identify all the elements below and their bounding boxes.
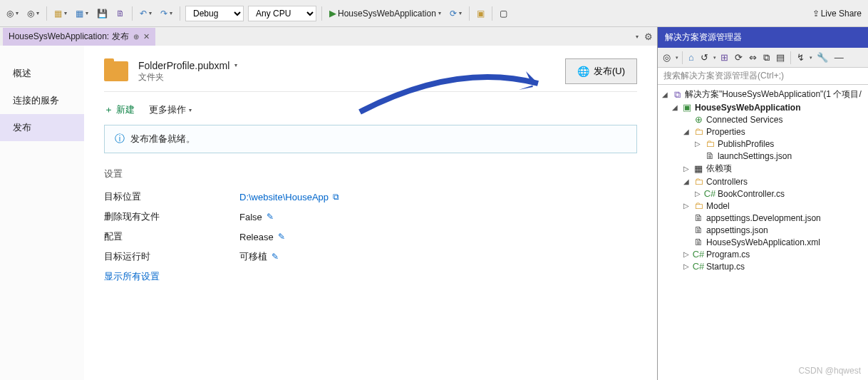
status-info-box: ⓘ 发布准备就绪。 <box>104 125 637 153</box>
edit-icon[interactable]: ✎ <box>278 232 285 242</box>
solution-icon: ⧉ <box>671 89 683 101</box>
folder-icon <box>104 61 128 81</box>
delete-existing-value: False <box>239 212 262 222</box>
nav-connected-services[interactable]: 连接的服务 <box>0 87 84 114</box>
solution-explorer-title: 解决方案资源管理器 <box>658 27 868 48</box>
xml-icon: 🗎 <box>693 237 704 247</box>
start-debug-button[interactable]: ▶ HouseSysWebApplication ▾ <box>326 6 445 21</box>
collapse-icon[interactable]: ⇔ <box>747 51 759 64</box>
nav-overview[interactable]: 概述 <box>0 60 84 87</box>
misc-button-2[interactable]: ▢ <box>496 6 511 21</box>
home-icon[interactable]: ⌂ <box>686 51 696 64</box>
publish-button[interactable]: 🌐 发布(U) <box>565 58 637 84</box>
platform-select[interactable]: Any CPU <box>248 6 316 21</box>
pin-icon[interactable]: ⊕ <box>133 33 139 41</box>
edit-icon[interactable]: ✎ <box>272 252 279 262</box>
new-profile-button[interactable]: ＋ 新建 <box>104 103 135 116</box>
json-icon: 🗎 <box>693 225 704 235</box>
nav-back-button[interactable]: ◎▾ <box>3 6 22 21</box>
solution-tree: ◢⧉ 解决方案"HouseSysWebApplication"(1 个项目/ ◢… <box>658 85 868 380</box>
profile-name: FolderProfile.pubxml <box>138 60 229 71</box>
status-text: 发布准备就绪。 <box>130 133 195 145</box>
program-node[interactable]: ▷C# Program.cs <box>658 248 868 260</box>
separator <box>46 6 47 21</box>
gear-icon[interactable]: ⚙ <box>644 31 653 42</box>
main-toolbar: ◎▾ ◎▾ ▦▾ ▦▾ 💾 🗎 ↶▾ ↷▾ Debug Any CPU ▶ Ho… <box>0 0 868 27</box>
wrench-icon[interactable]: 🔧 <box>815 51 830 64</box>
more-actions-button[interactable]: 更多操作 ▾ <box>149 103 192 116</box>
separator <box>321 6 322 21</box>
filter-icon[interactable]: ↯ <box>795 51 807 64</box>
publish-tab[interactable]: HouseSysWebApplication: 发布 ⊕ ✕ <box>3 28 155 46</box>
copy-icon[interactable]: ⧉ <box>761 51 772 65</box>
back-button[interactable]: ◎ <box>661 51 673 64</box>
appsettings-dev-node[interactable]: 🗎 appsettings.Development.json <box>658 212 868 224</box>
nav-publish[interactable]: 发布 <box>0 114 84 141</box>
xml-node[interactable]: 🗎 HouseSysWebApplication.xml <box>658 236 868 248</box>
json-icon: 🗎 <box>693 212 704 223</box>
connected-services-node[interactable]: ⊕ Connected Services <box>658 113 868 125</box>
launch-settings-node[interactable]: 🗎 launchSettings.json <box>658 150 868 162</box>
publish-nav: 概述 连接的服务 发布 <box>0 46 84 380</box>
runtime-label: 目标运行时 <box>104 250 239 263</box>
controllers-node[interactable]: ◢🗀 Controllers <box>658 175 868 188</box>
target-location-link[interactable]: D:\website\HouseApp <box>239 192 329 202</box>
save-button[interactable]: 💾 <box>93 6 111 21</box>
share-icon: ⇪ <box>812 9 820 19</box>
profile-type: 文件夹 <box>138 71 237 83</box>
sync-icon[interactable]: ↺ <box>698 51 711 64</box>
redo-button[interactable]: ↷▾ <box>157 6 176 21</box>
save-all-button[interactable]: 🗎 <box>113 6 128 21</box>
model-node[interactable]: ▷🗀 Model <box>658 200 868 212</box>
properties-node[interactable]: ◢🗀 Properties <box>658 125 868 138</box>
target-location-label: 目标位置 <box>104 190 239 203</box>
show-all-icon[interactable]: ⊞ <box>718 51 730 64</box>
startup-node[interactable]: ▷C# Startup.cs <box>658 260 868 272</box>
config-select[interactable]: Debug <box>185 6 244 21</box>
new-file-button[interactable]: ▦▾ <box>51 6 71 21</box>
config-label: 配置 <box>104 230 239 243</box>
deps-icon: ▦ <box>693 163 704 174</box>
show-all-settings-link[interactable]: 显示所有设置 <box>104 270 637 283</box>
chevron-down-icon[interactable]: ▾ <box>234 62 237 68</box>
project-icon: ▣ <box>681 102 693 113</box>
publish-content: FolderProfile.pubxml ▾ 文件夹 🌐 发布(U) ＋ 新 <box>84 46 657 380</box>
separator <box>132 6 133 21</box>
separator <box>180 6 180 21</box>
solution-search-input[interactable]: 搜索解决方案资源管理器(Ctrl+;) <box>658 68 868 85</box>
project-node[interactable]: ◢▣ HouseSysWebApplication <box>658 101 868 113</box>
watermark: CSDN @hqwest <box>798 366 861 376</box>
book-controller-node[interactable]: ▷C# BookController.cs <box>658 188 868 200</box>
folder-icon: 🗀 <box>693 200 704 211</box>
solution-explorer-toolbar: ◎▾ ⌂ ↺▾ ⊞ ⟳ ⇔ ⧉ ▤ ↯▾ 🔧 — <box>658 48 868 68</box>
open-file-button[interactable]: ▦▾ <box>72 6 92 21</box>
tab-title: HouseSysWebApplication: 发布 <box>9 31 129 43</box>
edit-icon[interactable]: ✎ <box>267 212 274 222</box>
settings-heading: 设置 <box>104 168 637 180</box>
nav-fwd-button[interactable]: ◎▾ <box>24 6 43 21</box>
delete-existing-label: 删除现有文件 <box>104 210 239 223</box>
copy-icon[interactable]: ⧉ <box>333 192 339 202</box>
refresh-button[interactable]: ⟳▾ <box>446 6 465 21</box>
refresh-icon[interactable]: ⟳ <box>733 51 745 64</box>
cs-icon: C# <box>693 249 704 260</box>
info-icon: ⓘ <box>115 133 125 145</box>
close-icon[interactable]: ✕ <box>143 32 150 41</box>
tab-dropdown-icon[interactable]: ▾ <box>636 34 639 40</box>
more-icon[interactable]: — <box>832 51 846 64</box>
play-icon: ▶ <box>329 8 336 19</box>
live-share-button[interactable]: ⇪ Live Share <box>809 6 865 21</box>
misc-button-1[interactable]: ▣ <box>473 6 488 21</box>
undo-button[interactable]: ↶▾ <box>136 6 155 21</box>
folder-icon: 🗀 <box>693 176 704 187</box>
connected-icon: ⊕ <box>693 114 704 125</box>
runtime-value: 可移植 <box>239 250 267 263</box>
publish-profiles-node[interactable]: ▷🗀 PublishProfiles <box>658 138 868 150</box>
dependencies-node[interactable]: ▷▦ 依赖项 <box>658 162 868 175</box>
separator <box>492 6 492 21</box>
cs-icon: C# <box>693 261 704 272</box>
properties-icon[interactable]: ▤ <box>774 51 787 64</box>
start-target-label: HouseSysWebApplication <box>338 9 436 19</box>
solution-node[interactable]: ◢⧉ 解决方案"HouseSysWebApplication"(1 个项目/ <box>658 88 868 101</box>
appsettings-node[interactable]: 🗎 appsettings.json <box>658 224 868 236</box>
